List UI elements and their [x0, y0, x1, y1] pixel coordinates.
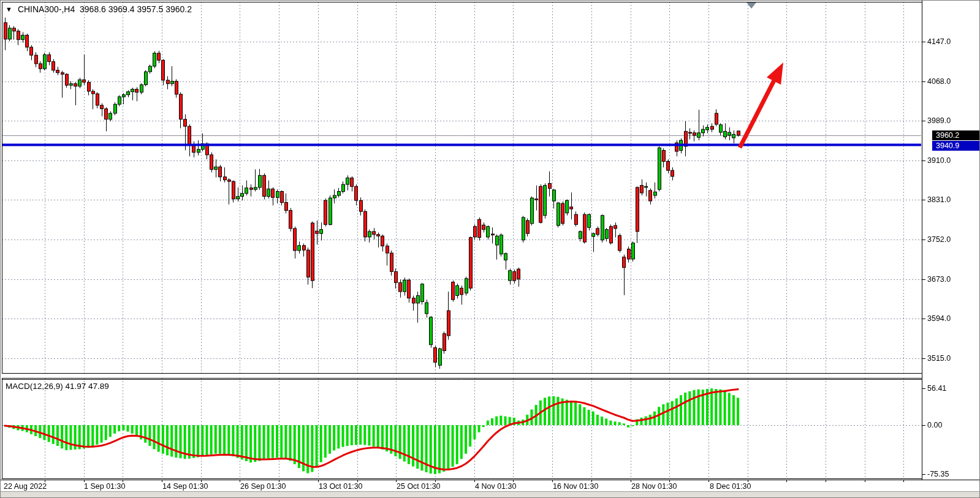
- window-bottom-edge: [1, 491, 980, 498]
- chart-window: ▼ CHINA300-,H4 3968.6 3969.4 3957.5 3960…: [0, 0, 980, 498]
- time-tick-label: 4 Nov 01:30: [475, 482, 516, 491]
- symbol-title: ▼ CHINA300-,H4 3968.6 3969.4 3957.5 3960…: [6, 4, 192, 14]
- time-tick-label: 28 Nov 01:30: [631, 482, 677, 491]
- price-tick-label: 4147.0: [927, 37, 976, 46]
- price-tick-label: 3831.0: [927, 195, 976, 204]
- macd-tick-label: 0.00: [927, 421, 976, 429]
- price-tick-label: 3989.0: [927, 116, 976, 125]
- time-tick-label: 22 Aug 2022: [4, 482, 47, 491]
- time-tick-label: 1 Sep 01:30: [84, 482, 125, 491]
- shift-marker-icon: [746, 2, 757, 9]
- time-tick-label: 16 Nov 01:30: [553, 482, 598, 491]
- price-tick-label: 3910.0: [927, 156, 976, 165]
- macd-tick-label: 56.41: [927, 384, 976, 393]
- macd-indicator-label: MACD(12,26,9) 41.97 47.89: [6, 382, 109, 391]
- time-tick-label: 8 Dec 01:30: [710, 482, 751, 491]
- price-tick-label: 4068.0: [927, 77, 976, 86]
- time-tick-label: 26 Sep 01:30: [240, 482, 286, 491]
- time-tick-label: 14 Sep 01:30: [162, 482, 208, 491]
- price-tick-label: 3594.0: [927, 314, 976, 323]
- trend-arrow[interactable]: [735, 57, 790, 152]
- macd-tick-label: -75.35: [927, 470, 976, 478]
- price-tick-label: 3752.0: [927, 235, 976, 244]
- price-tick-label: 3515.0: [927, 354, 976, 363]
- current-price-box: 3960.2: [932, 130, 980, 140]
- support-line-price-box: 3940.9: [932, 141, 980, 151]
- symbol-dropdown-icon: ▼: [6, 5, 12, 13]
- time-tick-label: 13 Oct 01:30: [319, 482, 363, 491]
- time-tick-label: 25 Oct 01:30: [397, 482, 441, 491]
- symbol-title-text: CHINA300-,H4 3968.6 3969.4 3957.5 3960.2: [18, 4, 192, 14]
- chart-canvas[interactable]: [1, 1, 980, 498]
- price-tick-label: 3673.0: [927, 275, 976, 284]
